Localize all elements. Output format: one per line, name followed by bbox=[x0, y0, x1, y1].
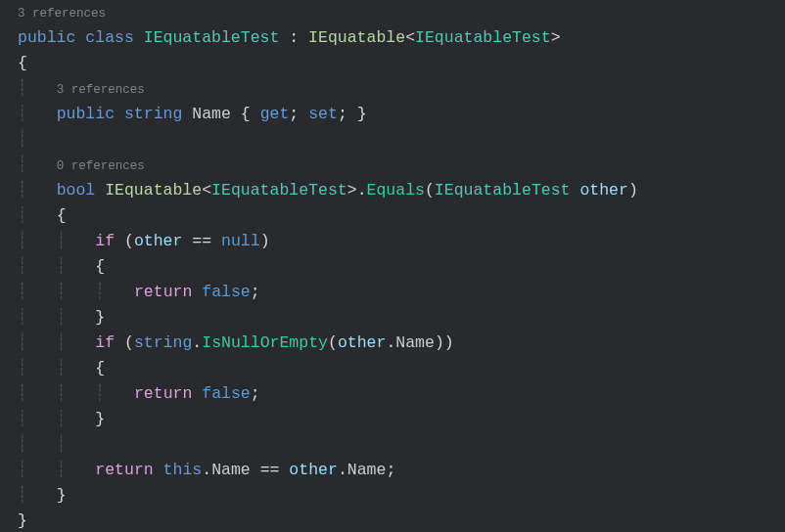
indent-guide: ┊ bbox=[18, 486, 57, 505]
method-equals: Equals bbox=[367, 181, 425, 200]
kw-return: return bbox=[95, 461, 153, 479]
cparen: ) bbox=[435, 333, 444, 352]
lt: < bbox=[405, 28, 415, 47]
cparen: ) bbox=[260, 232, 270, 250]
kw-bool: bool bbox=[57, 181, 96, 200]
semi: ; bbox=[289, 105, 299, 123]
kw-class: class bbox=[85, 28, 134, 47]
semi: ; bbox=[251, 384, 260, 403]
indent-guide: ┊ ┊ bbox=[18, 461, 95, 479]
indent-guide: ┊ ┊ bbox=[18, 435, 95, 454]
indent-guide: ┊ ┊ bbox=[18, 232, 95, 250]
prop-name: Name bbox=[395, 333, 435, 352]
colon: : bbox=[289, 28, 299, 47]
kw-get: get bbox=[260, 105, 290, 123]
type-param: IEquatableTest bbox=[211, 181, 347, 200]
kw-return: return bbox=[134, 283, 192, 301]
op-eqeq: == bbox=[192, 232, 211, 250]
lt: < bbox=[202, 181, 211, 200]
semi: ; bbox=[338, 105, 347, 123]
kw-null: null bbox=[221, 232, 260, 250]
dot: . bbox=[338, 461, 347, 479]
type-param: IEquatableTest bbox=[435, 181, 571, 200]
indent-guide: ┊ bbox=[18, 206, 57, 225]
op-eqeq: == bbox=[260, 461, 280, 479]
kw-false: false bbox=[202, 283, 251, 301]
brace-close: } bbox=[57, 486, 67, 505]
iface-iequatable: IEquatable bbox=[105, 181, 202, 200]
semi: ; bbox=[386, 461, 395, 479]
oparen: ( bbox=[425, 181, 435, 200]
brace-open: { bbox=[95, 257, 105, 276]
oparen: ( bbox=[124, 232, 134, 250]
brace-open: { bbox=[95, 359, 105, 377]
kw-string: string bbox=[124, 105, 182, 123]
brace-open: { bbox=[241, 105, 251, 123]
brace-close: } bbox=[18, 511, 27, 530]
indent-guide: ┊ bbox=[18, 155, 57, 174]
gt: > bbox=[347, 181, 357, 200]
type-classname: IEquatableTest bbox=[144, 28, 280, 47]
indent-guide: ┊ bbox=[18, 105, 57, 123]
brace-open: { bbox=[57, 206, 67, 225]
kw-this: this bbox=[163, 461, 203, 479]
indent-guide: ┊ bbox=[18, 79, 57, 98]
indent-guide: ┊ ┊ ┊ bbox=[18, 384, 134, 403]
kw-set: set bbox=[308, 105, 338, 123]
indent-guide: ┊ ┊ bbox=[18, 359, 95, 377]
brace-close: } bbox=[95, 410, 105, 428]
kw-return: return bbox=[134, 384, 192, 403]
iface-iequatable: IEquatable bbox=[308, 28, 405, 47]
dot: . bbox=[202, 461, 211, 479]
prop-name: Name bbox=[347, 461, 387, 479]
brace-close: } bbox=[95, 308, 105, 327]
indent-guide: ┊ ┊ bbox=[18, 308, 95, 327]
kw-string: string bbox=[134, 333, 192, 352]
prop-name: Name bbox=[192, 105, 231, 123]
param-other: other bbox=[134, 232, 183, 250]
kw-public: public bbox=[57, 105, 115, 123]
prop-name: Name bbox=[211, 461, 251, 479]
indent-guide: ┊ bbox=[18, 130, 27, 149]
param-other: other bbox=[579, 181, 628, 200]
dot: . bbox=[386, 333, 395, 352]
oparen: ( bbox=[124, 333, 134, 352]
type-param: IEquatableTest bbox=[415, 28, 551, 47]
brace-open: { bbox=[18, 54, 27, 72]
dot: . bbox=[357, 181, 367, 200]
brace-close: } bbox=[357, 105, 367, 123]
indent-guide: ┊ ┊ ┊ bbox=[18, 283, 134, 301]
codelens-name[interactable]: 3 references bbox=[57, 79, 145, 99]
codelens-equals[interactable]: 0 references bbox=[57, 155, 145, 175]
codelens-class[interactable]: 3 references bbox=[18, 3, 106, 22]
kw-false: false bbox=[202, 384, 251, 403]
kw-if: if bbox=[95, 232, 115, 250]
kw-public: public bbox=[18, 28, 75, 47]
param-other: other bbox=[289, 461, 338, 479]
cparen: ) bbox=[628, 181, 638, 200]
indent-guide: ┊ ┊ bbox=[18, 410, 95, 428]
kw-if: if bbox=[95, 333, 115, 352]
indent-guide: ┊ bbox=[18, 181, 57, 200]
indent-guide: ┊ ┊ bbox=[18, 333, 95, 352]
method-isnull: IsNullOrEmpty bbox=[202, 333, 328, 352]
cparen: ) bbox=[444, 333, 454, 352]
param-other: other bbox=[338, 333, 387, 352]
indent-guide: ┊ ┊ bbox=[18, 257, 95, 276]
code-editor[interactable]: 3 references public class IEquatableTest… bbox=[0, 0, 785, 532]
gt: > bbox=[551, 28, 561, 47]
oparen: ( bbox=[328, 333, 338, 352]
dot: . bbox=[192, 333, 202, 352]
semi: ; bbox=[251, 283, 260, 301]
